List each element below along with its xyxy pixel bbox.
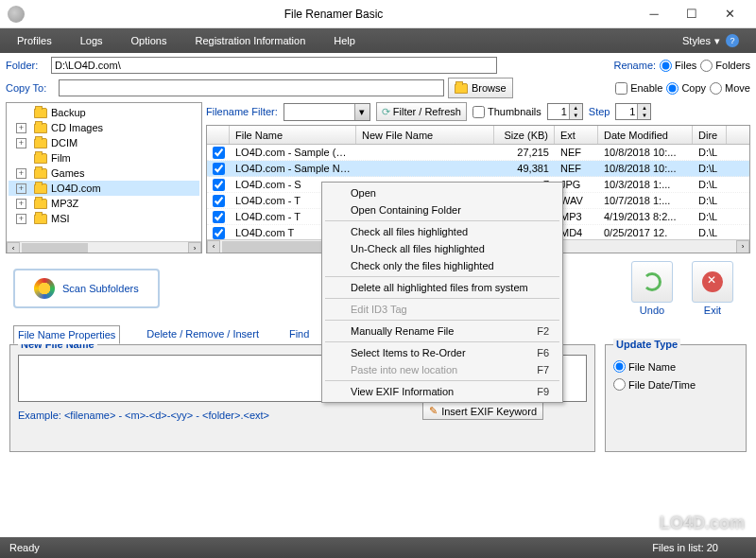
menu-item-label: Check only the files highlighted	[351, 260, 494, 271]
tree-item-label: LO4D.com	[51, 183, 101, 194]
row-checkbox[interactable]	[213, 179, 225, 191]
tree-item-label: Games	[51, 167, 84, 179]
minimize-button[interactable]: ─	[635, 2, 673, 26]
tab-find[interactable]: Find	[285, 325, 313, 344]
cell-filename: LO4D.com - Sample Ni...	[230, 163, 356, 174]
rename-label: Rename:	[613, 60, 656, 71]
tree-item[interactable]: +LO4D.com	[9, 181, 199, 196]
context-menu-item[interactable]: Select Items to Re-OrderF6	[324, 344, 560, 361]
col-directory[interactable]: Dire	[693, 126, 727, 144]
scan-subfolders-button[interactable]: Scan Subfolders	[13, 269, 160, 308]
thumbnails-spinner[interactable]: ▲▼	[547, 103, 583, 120]
tree-item[interactable]: Backup	[9, 105, 199, 120]
menu-profiles[interactable]: Profiles	[17, 35, 52, 46]
enable-checkbox[interactable]: Enable	[615, 82, 662, 95]
tab-file-name-properties[interactable]: File Name Properties	[13, 325, 120, 344]
context-menu-item[interactable]: Check only the files highlighted	[324, 257, 560, 274]
exit-button[interactable]: Exit	[682, 261, 743, 316]
tree-hscroll[interactable]: ‹›	[7, 241, 201, 253]
menu-item-label: Edit ID3 Tag	[351, 304, 407, 315]
table-header: File Name New File Name Size (KB) Ext Da…	[207, 126, 749, 145]
folder-icon	[34, 168, 47, 179]
col-newfilename[interactable]: New File Name	[356, 126, 494, 144]
expander-icon[interactable]: +	[16, 199, 26, 209]
step-spinner[interactable]: ▲▼	[615, 103, 651, 120]
filename-filter-label: Filename Filter:	[206, 106, 278, 117]
radio-copy[interactable]: Copy	[666, 82, 706, 95]
row-checkbox[interactable]	[213, 163, 225, 175]
maximize-button[interactable]: ☐	[673, 2, 711, 26]
radio-move[interactable]: Move	[710, 82, 750, 95]
row-checkbox[interactable]	[213, 227, 225, 239]
menu-help[interactable]: Help	[334, 35, 355, 46]
expander-icon[interactable]: +	[16, 138, 26, 148]
radio-folders[interactable]: Folders	[700, 60, 750, 72]
tree-item-label: Backup	[51, 107, 86, 118]
row-checkbox[interactable]	[213, 147, 225, 159]
menu-styles[interactable]: Styles ▾ ?	[682, 34, 739, 47]
filename-filter-combo[interactable]: ▾	[284, 103, 370, 121]
col-ext[interactable]: Ext	[555, 126, 598, 144]
radio-update-filename[interactable]: File Name	[613, 360, 738, 373]
expander-icon[interactable]: +	[16, 168, 26, 179]
tree-item[interactable]: Film	[9, 150, 199, 166]
context-menu-item[interactable]: Un-Check all files highlighted	[324, 240, 560, 257]
col-modified[interactable]: Date Modified	[598, 126, 693, 144]
undo-button[interactable]: Undo	[622, 261, 682, 316]
col-size[interactable]: Size (KB)	[494, 126, 555, 144]
cell-size: 27,215	[494, 147, 555, 158]
menu-options[interactable]: Options	[131, 35, 167, 46]
folder-tree[interactable]: Backup+CD Images+DCIMFilm+Games+LO4D.com…	[6, 102, 202, 253]
tree-item-label: MP3Z	[51, 198, 78, 209]
expander-icon[interactable]: +	[16, 123, 26, 133]
filter-refresh-button[interactable]: ⟳Filter / Refresh	[376, 102, 467, 121]
menu-registration[interactable]: Registration Information	[195, 35, 305, 46]
radio-update-filedate[interactable]: File Date/Time	[613, 378, 738, 391]
window-title: File Renamer Basic	[32, 8, 635, 21]
table-row[interactable]: LO4D.com - Sample (Ni...27,215NEF10/8/20…	[207, 145, 749, 161]
radio-files[interactable]: Files	[660, 60, 696, 72]
tree-item[interactable]: +CD Images	[9, 120, 199, 135]
context-menu-item[interactable]: View EXIF InformationF9	[324, 383, 560, 400]
menu-logs[interactable]: Logs	[80, 35, 103, 46]
copyto-input[interactable]	[59, 79, 444, 96]
context-menu-item[interactable]: Delete all highlighted files from system	[324, 279, 560, 296]
browse-button[interactable]: Browse	[448, 78, 513, 98]
table-row[interactable]: LO4D.com - Sample Ni...49,381NEF10/8/201…	[207, 161, 749, 177]
tree-item[interactable]: +DCIM	[9, 135, 199, 150]
menu-item-label: Open Containing Folder	[351, 204, 461, 216]
tree-item-label: DCIM	[51, 137, 77, 148]
tree-item[interactable]: +MSI	[9, 211, 199, 226]
context-menu-item[interactable]: Open	[324, 184, 560, 201]
help-icon[interactable]: ?	[726, 34, 739, 47]
context-menu-item[interactable]: Manually Rename FileF2	[324, 323, 560, 340]
folder-icon	[34, 183, 47, 194]
folder-input[interactable]: D:\LO4D.com\	[51, 57, 497, 74]
row-checkbox[interactable]	[213, 195, 225, 207]
context-menu: OpenOpen Containing FolderCheck all file…	[321, 182, 563, 403]
cell-modified: 10/3/2018 1:...	[598, 179, 693, 190]
close-button[interactable]: ✕	[711, 2, 748, 26]
tree-item[interactable]: +Games	[9, 166, 199, 181]
context-menu-item[interactable]: Check all files highlighted	[324, 223, 560, 240]
scan-icon	[34, 278, 55, 299]
folder-icon	[34, 153, 47, 164]
update-type-legend: Update Type	[613, 339, 680, 350]
tree-item-label: Film	[51, 152, 71, 164]
expander-icon[interactable]: +	[16, 183, 26, 194]
cell-dir: D.\L	[693, 227, 727, 238]
row-checkbox[interactable]	[213, 211, 225, 223]
expander-icon[interactable]: +	[16, 214, 26, 224]
chevron-down-icon: ▾	[714, 35, 720, 47]
thumbnails-checkbox[interactable]: Thumbnails	[472, 106, 541, 118]
wand-icon: ✎	[429, 405, 438, 417]
cell-dir: D:\L	[693, 195, 727, 206]
tree-item[interactable]: +MP3Z	[9, 196, 199, 211]
col-filename[interactable]: File Name	[230, 126, 356, 144]
folder-icon	[34, 123, 47, 133]
context-menu-item[interactable]: Open Containing Folder	[324, 201, 560, 218]
insert-exif-button[interactable]: ✎ Insert EXIF Keyword	[422, 402, 543, 420]
tab-delete-remove-insert[interactable]: Delete / Remove / Insert	[143, 325, 263, 344]
menu-item-shortcut: F2	[537, 325, 549, 337]
refresh-icon: ⟳	[382, 106, 390, 118]
